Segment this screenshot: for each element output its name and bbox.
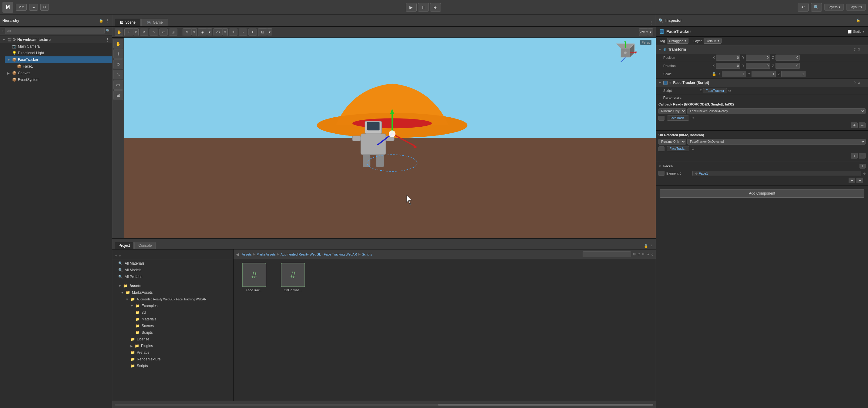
shading-btn[interactable]: ◈	[198, 29, 207, 36]
play-button[interactable]: ▶	[406, 3, 417, 11]
hierarchy-item-face1[interactable]: 📦 Face1	[10, 63, 112, 70]
breadcrumb-assets[interactable]: Assets	[242, 252, 252, 256]
rotate-side-btn[interactable]: ↺	[114, 59, 123, 69]
scene-gizmo[interactable]: X Y	[613, 41, 638, 65]
callback-function-select[interactable]: FaceTracker.CallbackReady	[687, 108, 866, 114]
gizmo-btn[interactable]: ⊕	[183, 29, 191, 36]
view-more-icon[interactable]: ⋮	[649, 20, 653, 25]
breadcrumb-scripts[interactable]: Scripts	[362, 252, 372, 256]
position-x-input[interactable]	[716, 55, 740, 61]
tool-dropdown[interactable]: ▾	[133, 29, 138, 36]
ft-help-icon[interactable]: ?	[854, 81, 856, 85]
shading-dropdown[interactable]: ▾	[207, 29, 212, 36]
undo-button[interactable]: ↶	[798, 3, 809, 11]
ft-more-icon[interactable]: ⋮	[862, 81, 866, 85]
script-select-icon[interactable]: ⊙	[728, 89, 731, 93]
step-button[interactable]: ⏭	[430, 3, 441, 11]
ft-settings-icon[interactable]: ⚙	[857, 81, 860, 85]
layout-button[interactable]: Layout ▾	[846, 4, 866, 10]
star-icon[interactable]: ★	[647, 252, 650, 256]
account-button[interactable]: M ▾	[16, 4, 27, 10]
sidebar-all-prefabs[interactable]: 🔍 All Prefabs	[112, 274, 233, 280]
sidebar-prefabs[interactable]: 📁 Prefabs	[112, 349, 233, 356]
add-component-button[interactable]: Add Component	[660, 189, 864, 198]
scale-side-btn[interactable]: ⤡	[114, 70, 123, 80]
rotation-y-input[interactable]	[746, 63, 770, 69]
tab-console[interactable]: Console	[134, 242, 156, 249]
gizmos-btn[interactable]: Gizmos	[639, 29, 648, 36]
sidebar-assets[interactable]: ▼ 📁 Assets	[112, 283, 233, 289]
sidebar-all-materials[interactable]: 🔍 All Materials	[112, 260, 233, 267]
callback-object-ref[interactable]: FaceTrack...	[667, 116, 689, 121]
element-drag-handle[interactable]	[658, 171, 664, 176]
scale-x-input[interactable]	[722, 71, 746, 77]
tab-scene[interactable]: 🖼 Scene	[115, 19, 141, 26]
face-tracker-header[interactable]: ▼ # Face Tracker (Script) ? ⚙ ⋮	[656, 79, 868, 87]
sidebar-marksassets[interactable]: ▼ 📁 MarksAssets	[112, 289, 233, 296]
scene-options-icon[interactable]: ⋮	[106, 38, 110, 42]
transform-settings-icon[interactable]: ⚙	[857, 48, 860, 52]
detected-add-btn[interactable]: +	[851, 153, 858, 159]
sidebar-all-models[interactable]: 🔍 All Models	[112, 267, 233, 274]
scale-z-input[interactable]	[781, 71, 806, 77]
sidebar-plugins[interactable]: ▶ 📁 Plugins	[112, 343, 233, 349]
faces-remove-btn[interactable]: −	[857, 178, 863, 183]
static-dropdown[interactable]: ▾	[863, 30, 864, 34]
transform-more-icon[interactable]: ⋮	[862, 48, 866, 52]
tab-project[interactable]: Project	[115, 242, 134, 249]
hand-side-btn[interactable]: ✋	[114, 39, 123, 49]
scene-canvas[interactable]: X Y Persp	[124, 38, 656, 238]
lock-icon[interactable]: 🔒	[644, 244, 648, 248]
search-icon[interactable]: 🔍	[106, 29, 110, 33]
tag-dropdown[interactable]: Untagged ▾	[667, 38, 689, 44]
sidebar-scenes[interactable]: 📁 Scenes	[112, 322, 233, 329]
detected-object-ref[interactable]: FaceTrack...	[667, 146, 689, 151]
asset-facetracker[interactable]: # FaceTrac...	[236, 261, 272, 293]
add-project-dropdown[interactable]: ▾	[119, 254, 121, 258]
asset-oncanvas[interactable]: # OnCanvas...	[275, 261, 311, 293]
rotate-tool-btn[interactable]: ↺	[140, 29, 148, 36]
object-active-checkbox[interactable]: ✓	[660, 29, 664, 34]
element-select-icon[interactable]: ⊙	[863, 172, 866, 175]
callback-runtime-select[interactable]: Runtime Only	[658, 108, 686, 114]
sidebar-license[interactable]: 📁 License	[112, 336, 233, 343]
download-icon[interactable]: ⊕	[638, 252, 640, 256]
transform-tool-btn[interactable]: ⊞	[169, 29, 178, 36]
sidebar-scripts-root[interactable]: 📁 Scripts	[112, 363, 233, 369]
settings-button[interactable]: ⚙	[40, 4, 49, 10]
back-btn[interactable]: ◀	[236, 252, 239, 257]
audio-btn[interactable]: ♪	[239, 29, 247, 36]
face-tracker-enabled[interactable]	[663, 81, 668, 85]
hierarchy-item-main-camera[interactable]: 📷 Main Camera	[5, 43, 112, 50]
sidebar-3d[interactable]: 📁 3d	[112, 309, 233, 316]
cloud-button[interactable]: ☁	[29, 4, 38, 10]
transform-side-btn[interactable]: ⊞	[114, 90, 123, 100]
scale-y-input[interactable]	[751, 71, 776, 77]
static-checkbox[interactable]	[848, 30, 851, 34]
gizmo-dropdown[interactable]: ▾	[192, 29, 196, 36]
rotation-x-input[interactable]	[716, 63, 740, 69]
position-y-input[interactable]	[746, 55, 770, 61]
breadcrumb-marksassets[interactable]: MarksAssets	[256, 252, 276, 256]
callback-drag-handle[interactable]	[658, 116, 664, 121]
sidebar-materials[interactable]: 📁 Materials	[112, 316, 233, 322]
hierarchy-scene-root[interactable]: ▼ 🎬 1- No webcam texture ⋮	[0, 36, 112, 43]
faces-add-btn[interactable]: +	[848, 178, 855, 183]
layer-dropdown[interactable]: Default ▾	[704, 38, 721, 44]
detected-function-select[interactable]: FaceTracker.OnDetected	[687, 139, 866, 145]
rect-side-btn[interactable]: ▭	[114, 80, 123, 90]
gizmos-dropdown[interactable]: ▾	[648, 29, 653, 36]
scale-tool-btn[interactable]: ⤡	[150, 29, 158, 36]
sidebar-ar-webgl[interactable]: ▼ 📁 Augmented Reality WebGL - Face Track…	[112, 296, 233, 303]
sidebar-render-texture[interactable]: 📁 RenderTexture	[112, 356, 233, 363]
hierarchy-item-facetracker[interactable]: ▼ 📦 FaceTracker	[5, 56, 112, 63]
2d-dropdown[interactable]: ▾	[223, 29, 227, 36]
lock-icon[interactable]: 🔒	[99, 19, 103, 23]
tab-game[interactable]: 🎮 Game	[141, 19, 168, 26]
rect-tool-btn[interactable]: ▭	[159, 29, 168, 36]
more-icon[interactable]: ⋮	[862, 19, 866, 23]
callback-add-btn[interactable]: +	[851, 122, 858, 128]
hierarchy-item-canvas[interactable]: ▶ 📦 Canvas	[5, 70, 112, 76]
faces-count[interactable]: 1	[860, 164, 866, 168]
hierarchy-item-directional-light[interactable]: 💡 Directional Light	[5, 50, 112, 56]
